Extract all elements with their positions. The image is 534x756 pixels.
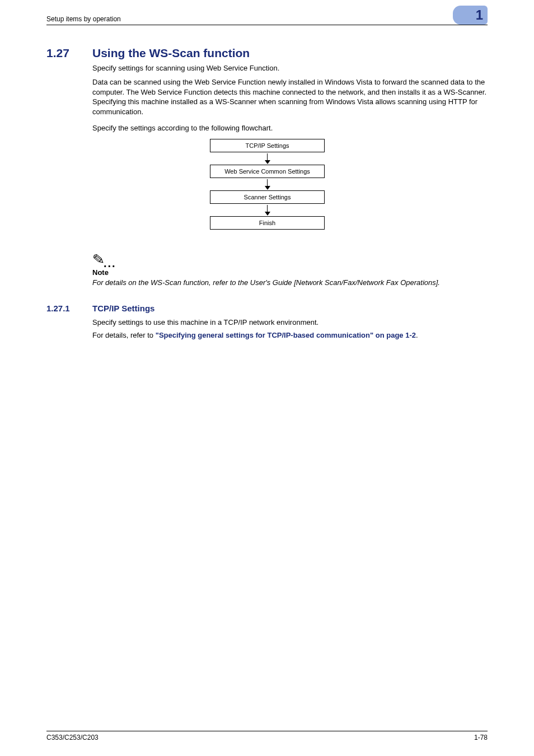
footer-page-number: 1-78 [474, 734, 488, 741]
crossref-link[interactable]: "Specifying general settings for TCP/IP-… [156, 331, 416, 339]
flowchart-step-2: Web Service Common Settings [210, 165, 325, 178]
flowchart: TCP/IP Settings Web Service Common Setti… [207, 139, 327, 230]
section-heading: 1.27 Using the WS-Scan function [46, 46, 488, 60]
header-rule [46, 25, 488, 25]
flowchart-step-3: Scanner Settings [210, 190, 325, 204]
note-label: Note [92, 268, 488, 277]
crossref-prefix: For details, refer to [92, 331, 156, 339]
chapter-number: 1 [476, 7, 483, 23]
footer-model: C353/C253/C203 [46, 734, 99, 741]
flowchart-arrow [265, 152, 270, 165]
flowchart-step-1: TCP/IP Settings [210, 139, 325, 152]
subsection-title: TCP/IP Settings [92, 304, 154, 313]
subsection-paragraph-2: For details, refer to "Specifying genera… [92, 330, 488, 340]
flowchart-arrow [265, 178, 270, 190]
crossref-suffix: . [416, 331, 418, 339]
paragraph-intro: Specify settings for scanning using Web … [92, 63, 488, 73]
flowchart-step-4: Finish [210, 216, 325, 230]
subsection-paragraph-1: Specify settings to use this machine in … [92, 318, 488, 328]
subsection-number: 1.27.1 [46, 304, 92, 313]
footer-rule [46, 731, 488, 731]
note-block: ✎... Note For details on the WS-Scan fun… [92, 252, 488, 288]
flowchart-arrow [265, 204, 270, 216]
paragraph-desc: Data can be scanned using the Web Servic… [92, 77, 488, 116]
note-text: For details on the WS-Scan function, ref… [92, 278, 488, 288]
subsection-heading: 1.27.1 TCP/IP Settings [46, 304, 488, 313]
ellipsis-icon: ... [104, 257, 116, 269]
section-title: Using the WS-Scan function [92, 46, 250, 60]
chapter-tab: 1 [453, 6, 488, 25]
header-breadcrumb: Setup items by operation [46, 15, 121, 23]
page: Setup items by operation 1 1.27 Using th… [0, 0, 534, 756]
note-icon-row: ✎... [92, 252, 488, 267]
paragraph-flow-intro: Specify the settings according to the fo… [92, 123, 488, 133]
section-number: 1.27 [46, 46, 92, 60]
